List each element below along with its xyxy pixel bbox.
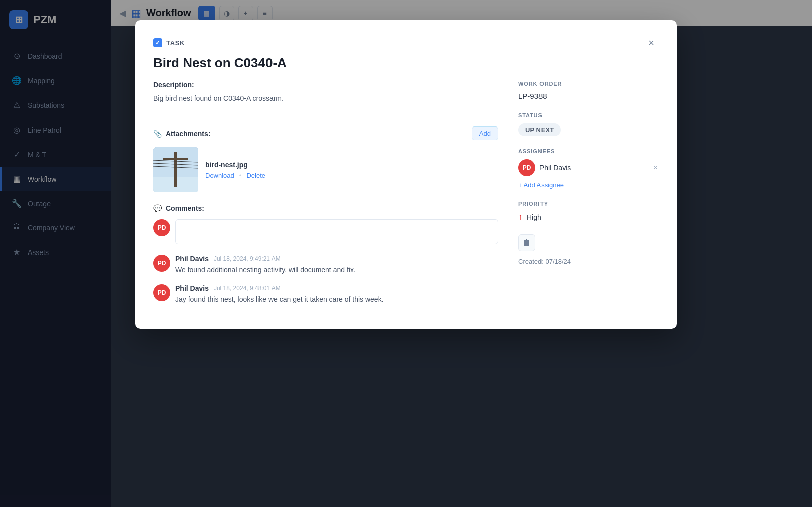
assignee-initials: PD: [523, 164, 531, 171]
main-content: ◀ ▦ Workflow ▦ ◑ + ≡ ✓ TASK × Bird Nest …: [111, 0, 812, 507]
modal-close-button[interactable]: ×: [644, 35, 659, 50]
assignee-row: PD Phil Davis ×: [518, 159, 659, 176]
attachments-header: 📎 Attachments: Add: [153, 126, 498, 140]
attachments-label: Attachments:: [166, 130, 210, 138]
description-label: Description:: [153, 81, 498, 89]
priority-row: ↑ High: [518, 212, 659, 222]
add-attachment-button[interactable]: Add: [472, 126, 498, 140]
comment-text-2: Jay found this nest, looks like we can g…: [175, 294, 498, 305]
comment-author-1: Phil Davis: [175, 255, 209, 263]
attachment-filename: bird-nest.jpg: [205, 161, 498, 169]
download-link[interactable]: Download: [205, 172, 234, 179]
commenter-avatar-1: PD: [153, 255, 170, 272]
priority-arrow-icon: ↑: [518, 212, 523, 222]
comment-item-1: PD Phil Davis Jul 18, 2024, 9:49:21 AM W…: [153, 255, 498, 275]
modal-header: ✓ TASK ×: [153, 35, 659, 50]
task-checkbox-icon: ✓: [153, 38, 162, 47]
modal-body: Description: Big bird nest found on C034…: [153, 81, 659, 314]
modal-overlay: ✓ TASK × Bird Nest on C0340-A Descriptio…: [0, 0, 812, 507]
task-type-label: ✓ TASK: [153, 38, 185, 47]
commenter-initials-2: PD: [158, 289, 166, 296]
modal-left-panel: Description: Big bird nest found on C034…: [153, 81, 498, 314]
new-comment-row: PD: [153, 219, 498, 244]
comment-meta-1: Phil Davis Jul 18, 2024, 9:49:21 AM: [175, 255, 498, 263]
paperclip-icon: 📎: [153, 130, 162, 138]
comment-author-2: Phil Davis: [175, 284, 209, 292]
attachment-info: bird-nest.jpg Download • Delete: [205, 161, 498, 179]
description-text: Big bird nest found on C0340-A crossarm.: [153, 93, 498, 104]
svg-rect-3: [174, 152, 177, 187]
priority-section: PRIORITY ↑ High: [518, 201, 659, 222]
assignee-avatar: PD: [518, 159, 535, 176]
comment-text-1: We found additional nesting activity, wi…: [175, 265, 498, 275]
status-label: STATUS: [518, 112, 659, 118]
task-modal: ✓ TASK × Bird Nest on C0340-A Descriptio…: [135, 20, 677, 329]
attachment-actions: Download • Delete: [205, 172, 498, 179]
created-label: Created: 07/18/24: [518, 258, 659, 265]
delete-button[interactable]: 🗑: [518, 234, 535, 251]
modal-right-panel: WORK ORDER LP-9388 STATUS UP NEXT ASSIGN…: [518, 81, 659, 314]
work-order-section: WORK ORDER LP-9388: [518, 81, 659, 100]
svg-rect-4: [163, 158, 188, 160]
attachment-thumbnail: [153, 147, 198, 192]
commenter-initials-1: PD: [158, 260, 166, 267]
comments-label: Comments:: [166, 204, 204, 212]
comments-title: 💬 Comments:: [153, 204, 498, 212]
add-assignee-button[interactable]: + Add Assignee: [518, 181, 564, 189]
actions-section: 🗑 Created: 07/18/24: [518, 234, 659, 265]
modal-title: Bird Nest on C0340-A: [153, 55, 659, 71]
priority-value: High: [527, 213, 542, 221]
task-type-text: TASK: [166, 39, 185, 47]
work-order-value: LP-9388: [518, 92, 659, 100]
attachment-item: bird-nest.jpg Download • Delete: [153, 147, 498, 192]
comment-input[interactable]: [175, 219, 498, 244]
comment-time-1: Jul 18, 2024, 9:49:21 AM: [214, 255, 281, 262]
attachments-title: 📎 Attachments:: [153, 130, 210, 138]
current-user-initials: PD: [158, 224, 166, 231]
work-order-label: WORK ORDER: [518, 81, 659, 87]
comment-meta-2: Phil Davis Jul 18, 2024, 9:48:01 AM: [175, 284, 498, 292]
assignees-label: ASSIGNEES: [518, 148, 659, 154]
comment-item-2: PD Phil Davis Jul 18, 2024, 9:48:01 AM J…: [153, 284, 498, 305]
priority-label: PRIORITY: [518, 201, 659, 207]
current-user-avatar: PD: [153, 219, 170, 236]
divider-1: [153, 116, 498, 116]
comment-content-1: Phil Davis Jul 18, 2024, 9:49:21 AM We f…: [175, 255, 498, 275]
comment-content-2: Phil Davis Jul 18, 2024, 9:48:01 AM Jay …: [175, 284, 498, 305]
comment-time-2: Jul 18, 2024, 9:48:01 AM: [214, 285, 281, 292]
assignee-name: Phil Davis: [539, 164, 648, 172]
status-section: STATUS UP NEXT: [518, 112, 659, 136]
comment-icon: 💬: [153, 204, 162, 212]
remove-assignee-button[interactable]: ×: [652, 162, 659, 173]
commenter-avatar-2: PD: [153, 284, 170, 301]
comments-section: 💬 Comments: PD: [153, 204, 498, 305]
status-badge[interactable]: UP NEXT: [518, 123, 561, 136]
assignees-section: ASSIGNEES PD Phil Davis × + Add Assignee: [518, 148, 659, 189]
delete-link[interactable]: Delete: [246, 172, 265, 179]
dot-separator: •: [239, 172, 242, 179]
